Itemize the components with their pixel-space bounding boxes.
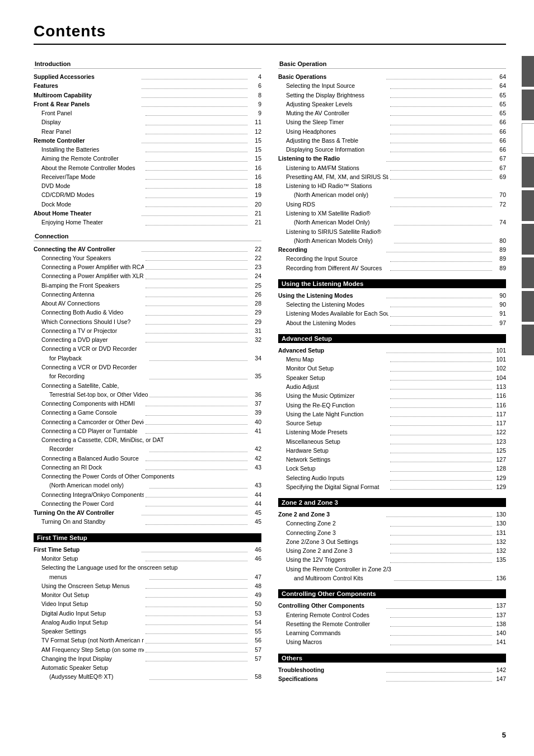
toc-page: 21 — [249, 209, 261, 218]
toc-label: Basic Operations — [278, 72, 385, 81]
toc-dots — [146, 262, 248, 270]
toc-entry: Dock Mode20 — [34, 200, 261, 209]
toc-label: Features — [34, 81, 140, 90]
toc-entry: Using the 12V Triggers135 — [278, 555, 506, 564]
section-header-box: Zone 2 and Zone 3 — [278, 498, 506, 507]
toc-dots — [146, 590, 248, 598]
page-title: Contents — [34, 22, 506, 40]
toc-entry: Listening to the Radio67 — [278, 154, 506, 163]
toc-entry: Setting the Display Brightness65 — [278, 91, 506, 100]
toc-label: About Home Theater — [34, 209, 140, 218]
toc-page: 138 — [494, 619, 506, 628]
toc-page: 55 — [249, 627, 261, 636]
toc-dots — [390, 136, 493, 143]
toc-entry: Displaying Source Information66 — [278, 145, 506, 154]
page: Contents IntroductionSupplied Accessorie… — [0, 0, 534, 756]
toc-entry: Zone 2 and Zone 3130 — [278, 510, 506, 519]
toc-page: 45 — [249, 508, 261, 517]
toc-label: Selecting the Input Source — [286, 81, 388, 90]
toc-label: (North American model only) — [49, 481, 148, 490]
toc-entry: Using the Sleep Timer66 — [278, 118, 506, 126]
toc-dots — [146, 618, 248, 625]
toc-page: 67 — [494, 154, 506, 163]
toc-entry: Using the Onscreen Setup Menus48 — [34, 581, 261, 590]
toc-page: 127 — [494, 455, 506, 464]
toc-label: Connecting the AV Controller — [34, 245, 140, 253]
toc-entry: Using the Re-EQ Function116 — [278, 401, 506, 410]
toc-dots — [390, 619, 493, 627]
toc-entry: TV Format Setup (not North American mode… — [34, 636, 261, 645]
toc-label: Connecting a Camcorder or Other Device — [41, 417, 144, 426]
toc-label: Recording from Different AV Sources — [286, 264, 388, 273]
tab-strip — [522, 56, 534, 357]
toc-entry: for Recording35 — [34, 372, 261, 381]
toc-entry: Network Settings127 — [278, 455, 506, 464]
toc-entry: Monitor Out Setup49 — [34, 590, 261, 599]
toc-dots — [390, 172, 493, 180]
toc-dots — [390, 537, 493, 544]
toc-dots — [390, 309, 493, 316]
toc-entry: Monitor Setup46 — [34, 554, 261, 563]
toc-label: Installing the Batteries — [41, 145, 144, 154]
toc-page: 129 — [494, 473, 506, 482]
toc-label: Dock Mode — [41, 200, 144, 209]
toc-dots — [149, 481, 248, 488]
toc-page: 40 — [249, 417, 261, 426]
toc-entry: Multiroom Capability8 — [34, 91, 261, 100]
toc-label: Connecting a VCR or DVD Recorder — [41, 344, 261, 353]
page-number: 5 — [502, 731, 506, 739]
tab-basic-op — [522, 157, 534, 187]
toc-entry: Using the Music Optimizer116 — [278, 391, 506, 400]
toc-dots — [390, 482, 493, 490]
toc-page: 15 — [249, 136, 261, 145]
toc-label: Connecting Antenna — [41, 290, 144, 299]
toc-page: 44 — [249, 490, 261, 499]
toc-entry: Zone 2/Zone 3 Out Settings132 — [278, 537, 506, 546]
tab-first-time-setup — [522, 123, 534, 154]
toc-label: (North American Models Only) — [294, 236, 392, 245]
toc-entry: About the Listening Modes97 — [278, 318, 506, 327]
toc-page: 89 — [494, 245, 506, 254]
toc-label: Connecting an RI Dock — [41, 463, 144, 472]
toc-dots — [146, 218, 248, 225]
toc-entry: Connecting Zone 3131 — [278, 528, 506, 537]
toc-dots — [146, 190, 248, 198]
toc-dots — [390, 318, 493, 326]
toc-entry: Installing the Batteries15 — [34, 145, 261, 154]
toc-label: Turning On the AV Controller — [34, 508, 140, 517]
toc-entry: Display11 — [34, 118, 261, 126]
toc-label: for Playback — [49, 354, 148, 363]
toc-dots — [149, 672, 248, 679]
toc-entry: Connecting a Balanced Audio Source42 — [34, 454, 261, 463]
toc-page: 42 — [249, 444, 261, 453]
toc-page: 136 — [494, 574, 506, 583]
toc-page: 122 — [494, 428, 506, 436]
toc-dots — [390, 391, 493, 398]
toc-page: 56 — [249, 636, 261, 645]
toc-page: 9 — [249, 109, 261, 118]
toc-entry: Connecting a Cassette, CDR, MiniDisc, or… — [34, 435, 261, 444]
tab-zone — [522, 257, 534, 288]
toc-label: Connecting a VCR or DVD Recorder — [41, 363, 261, 372]
toc-dots — [390, 546, 493, 553]
toc-entry: (North American model only)43 — [34, 481, 261, 490]
toc-dots — [390, 555, 493, 562]
toc-page: 91 — [494, 309, 506, 318]
toc-page: 137 — [494, 601, 506, 610]
toc-dots — [146, 636, 248, 643]
toc-dots — [146, 326, 248, 334]
toc-label: Using RDS — [286, 200, 388, 209]
toc-dots — [146, 271, 248, 279]
toc-label: Using the 12V Triggers — [286, 555, 388, 564]
toc-label: Front Panel — [41, 109, 144, 118]
toc-entry: Changing the Input Display57 — [34, 654, 261, 663]
toc-entry: Features6 — [34, 81, 261, 90]
toc-entry: First Time Setup46 — [34, 545, 261, 554]
toc-label: Connecting a Cassette, CDR, MiniDisc, or… — [41, 435, 261, 444]
toc-entry: (North American Models Only)80 — [278, 236, 506, 245]
toc-dots — [146, 308, 248, 315]
toc-entry: (Audyssey MultEQ® XT)58 — [34, 672, 261, 681]
toc-page: 6 — [249, 81, 261, 90]
toc-label: Listening to HD Radio™ Stations — [286, 181, 506, 190]
toc-label: Enjoying Home Theater — [41, 218, 144, 227]
